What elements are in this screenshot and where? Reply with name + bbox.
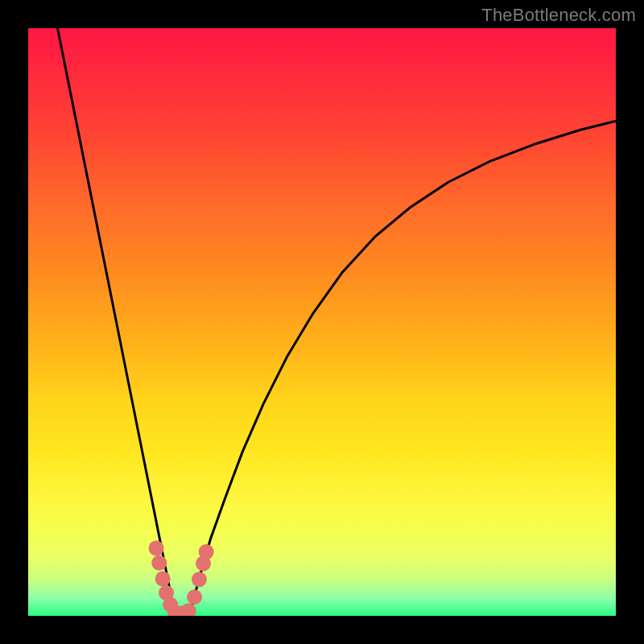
data-marker bbox=[199, 544, 214, 559]
data-marker bbox=[181, 603, 196, 616]
curve-left bbox=[58, 28, 175, 614]
curve-group bbox=[58, 28, 617, 615]
data-marker bbox=[192, 572, 207, 587]
curve-right bbox=[190, 121, 616, 613]
data-marker bbox=[155, 572, 171, 587]
chart-svg bbox=[28, 28, 616, 616]
data-marker bbox=[149, 541, 164, 556]
chart-frame: TheBottleneck.com bbox=[0, 0, 644, 644]
data-marker bbox=[151, 555, 167, 571]
watermark-text: TheBottleneck.com bbox=[481, 5, 636, 26]
plot-area bbox=[28, 28, 616, 616]
marker-group bbox=[149, 541, 214, 616]
data-marker bbox=[187, 589, 202, 605]
